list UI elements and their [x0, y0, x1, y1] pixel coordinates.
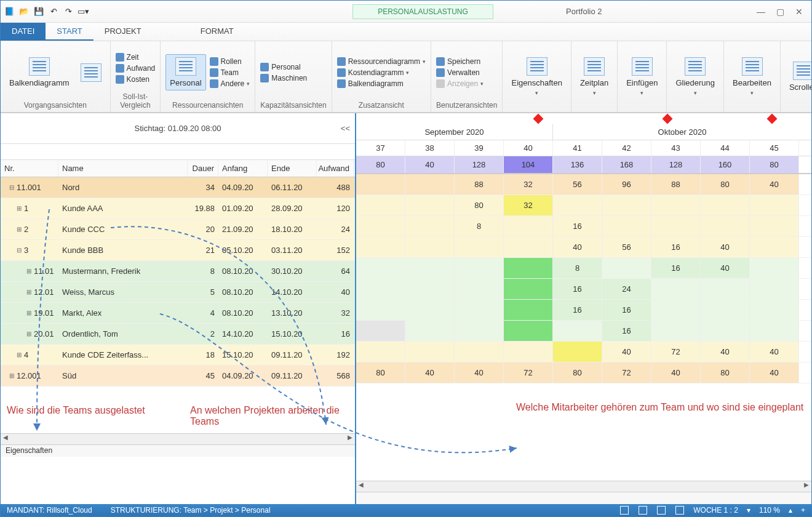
properties-icon — [527, 57, 547, 76]
personal-button[interactable]: Personal — [165, 54, 205, 90]
right-hscroll[interactable] — [356, 481, 811, 492]
grid-cell — [405, 174, 455, 194]
gliederung-button[interactable]: Gliederung — [672, 55, 718, 98]
grid-row: 8032 — [356, 195, 811, 216]
view-icon-1[interactable] — [620, 506, 629, 515]
grid-cell — [651, 321, 701, 341]
maschinen-item[interactable]: Maschinen — [260, 74, 307, 82]
aufwand-item[interactable]: Aufwand — [116, 64, 156, 73]
kosten-item[interactable]: Kosten — [116, 75, 156, 84]
anzeigen-item: Anzeigen — [436, 79, 484, 88]
table-row[interactable]: ⊞11.01 Mustermann, Frederik8 08.10.2030.… — [1, 261, 355, 282]
zeit-item[interactable]: Zeit — [116, 53, 156, 62]
bearbeiten-button[interactable]: Bearbeiten — [729, 55, 775, 98]
table-row[interactable]: ⊞2 Kunde CCC20 21.09.2018.10.2024 — [1, 219, 355, 240]
grid-cell — [504, 258, 553, 278]
total-cell: 160 — [701, 156, 750, 173]
collapse-left-button[interactable]: << — [341, 124, 350, 133]
view-icon-4[interactable] — [675, 506, 684, 515]
balkendiagramm2-button[interactable] — [77, 61, 105, 84]
tree-toggle-icon[interactable]: ⊞ — [26, 331, 31, 337]
grid-cell: 40 — [701, 342, 750, 362]
table-row[interactable]: ⊞4 Kunde CDE Zeiterfass...18 15.10.2009.… — [1, 345, 355, 366]
team-item[interactable]: Team — [210, 68, 250, 77]
personal-item[interactable]: Personal — [260, 63, 307, 71]
tab-projekt[interactable]: PROJEKT — [94, 23, 153, 41]
maximize-icon[interactable]: ▢ — [776, 7, 784, 17]
eigenschaften-panel-tab[interactable]: Eigenschaften — [1, 444, 355, 457]
tree-toggle-icon[interactable]: ⊞ — [17, 351, 22, 358]
tab-start[interactable]: START — [46, 23, 93, 41]
table-row[interactable]: ⊞12.01 Weiss, Marcus5 08.10.2014.10.2040 — [1, 282, 355, 303]
table-row[interactable]: ⊟11.001 Nord34 04.09.2006.11.20488 — [1, 177, 355, 198]
redo-icon[interactable]: ↷ — [62, 6, 74, 18]
qat-more-icon[interactable]: ▭▾ — [77, 6, 89, 18]
grid-cell: 40 — [701, 237, 750, 257]
left-pane: Stichtag: 01.09.20 08:00 << Nr. Name Dau… — [1, 113, 356, 504]
grid-cell — [356, 321, 405, 341]
grid-cell: 32 — [504, 174, 553, 194]
tab-format[interactable]: FORMAT — [189, 23, 245, 41]
tree-toggle-icon[interactable]: ⊞ — [17, 205, 22, 212]
close-icon[interactable]: ✕ — [795, 7, 803, 17]
grid-cell — [651, 195, 701, 215]
view-icon-2[interactable] — [639, 506, 647, 515]
table-row[interactable]: ⊞1 Kunde AAA19.88 01.09.2028.09.20120 — [1, 198, 355, 219]
einfuegen-button[interactable]: Einfügen — [623, 55, 661, 98]
table-row[interactable]: ⊞20.01 Ordentlich, Tom2 14.10.2015.10.20… — [1, 324, 355, 345]
col-ende[interactable]: Ende — [268, 160, 317, 177]
total-cell: 80 — [750, 156, 799, 173]
tree-toggle-icon[interactable]: ⊟ — [17, 247, 22, 254]
col-anfang[interactable]: Anfang — [218, 160, 268, 177]
col-aufwand[interactable]: Aufwand — [317, 160, 354, 177]
bar-chart-icon — [337, 79, 346, 88]
status-bar: MANDANT: Rillsoft_Cloud STRUKTURIERUNG: … — [1, 504, 811, 516]
andere-item[interactable]: Andere — [210, 79, 250, 88]
balkendiagramm-item[interactable]: Balkendiagramm — [337, 79, 426, 88]
tree-toggle-icon[interactable]: ⊞ — [26, 289, 31, 295]
table-row[interactable]: ⊞12.001 Süd45 04.09.2009.11.20568 — [1, 366, 355, 387]
save-icon[interactable]: 💾 — [33, 6, 45, 18]
minimize-icon[interactable]: — — [757, 7, 765, 17]
zoom-plus-icon[interactable]: + — [801, 506, 805, 515]
verwalten-item[interactable]: Verwalten — [436, 68, 484, 77]
grid-rows: 8832569688804080328164056164081640162416… — [356, 174, 811, 383]
grid-cell: 40 — [750, 342, 799, 362]
scrollen-button[interactable]: Scrollen — [786, 59, 812, 94]
group-benutzeransichten: Speichern Verwalten Anzeigen Benutzerans… — [431, 41, 503, 112]
grid-cell — [602, 258, 651, 278]
tab-datei[interactable]: DATEI — [1, 23, 46, 41]
speichern-item[interactable]: Speichern — [436, 57, 484, 66]
grid-cell — [651, 300, 701, 320]
undo-icon[interactable]: ↶ — [47, 6, 60, 18]
grid-cell: 40 — [405, 363, 455, 383]
col-name[interactable]: Name — [58, 160, 188, 177]
eigenschaften-button[interactable]: Eigenschaften — [507, 55, 565, 98]
tree-toggle-icon[interactable]: ⊞ — [26, 310, 31, 316]
view-icon-3[interactable] — [657, 506, 666, 515]
balkendiagramm-button[interactable]: Balkendiagramm — [6, 55, 73, 90]
col-nr[interactable]: Nr. — [1, 160, 58, 177]
annotation-2: An welchen Projekten arbeiten die Teams — [190, 405, 349, 427]
tree-toggle-icon[interactable]: ⊞ — [17, 226, 22, 233]
tree-toggle-icon[interactable]: ⊟ — [9, 184, 14, 191]
status-woche[interactable]: WOCHE 1 : 2 — [693, 506, 738, 515]
milestone-icon — [533, 114, 544, 124]
zoom-down-icon[interactable]: ▾ — [747, 506, 750, 515]
rollen-item[interactable]: Rollen — [210, 57, 250, 66]
grid-cell: 80 — [356, 363, 405, 383]
ressourcendiagramm-item[interactable]: Ressourcendiagramm — [337, 57, 426, 66]
people-icon — [175, 57, 196, 76]
tree-toggle-icon[interactable]: ⊞ — [9, 372, 14, 379]
col-dauer[interactable]: Dauer — [188, 160, 218, 177]
insert-icon — [632, 57, 653, 76]
left-hscroll[interactable] — [1, 433, 355, 444]
table-row[interactable]: ⊞19.01 Markt, Alex4 08.10.2013.10.2032 — [1, 303, 355, 324]
zoom-up-icon[interactable]: ▴ — [789, 506, 792, 515]
kostendiagramm-item[interactable]: Kostendiagramm — [337, 68, 426, 77]
grid-cell: 40 — [750, 174, 799, 194]
open-icon[interactable]: 📂 — [18, 6, 30, 18]
zeitplan-button[interactable]: Zeitplan — [576, 55, 612, 98]
tree-toggle-icon[interactable]: ⊞ — [26, 268, 31, 275]
table-row[interactable]: ⊟3 Kunde BBB21 05.10.2003.11.20152 — [1, 240, 355, 261]
